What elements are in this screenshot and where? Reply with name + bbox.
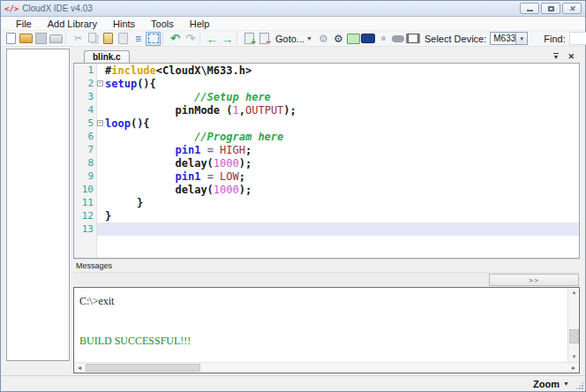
- back-icon[interactable]: [205, 32, 220, 46]
- code-line-11[interactable]: 11 }: [74, 196, 579, 209]
- code-line-10[interactable]: 10 delay(1000);: [74, 183, 579, 196]
- scroll-left-icon[interactable]: ◄: [74, 363, 85, 373]
- undo-icon[interactable]: [168, 32, 183, 46]
- fold-margin: [97, 130, 105, 143]
- line-number: 13: [74, 223, 97, 235]
- code-line-3[interactable]: 3 //Setup here: [74, 90, 579, 103]
- scroll-up-icon[interactable]: ▲: [568, 288, 580, 298]
- code-line-13[interactable]: 13: [74, 222, 579, 236]
- toolbar-separator: [237, 33, 240, 44]
- line-number: 6: [74, 131, 97, 142]
- menu-hints[interactable]: Hints: [105, 19, 143, 29]
- device-combobox[interactable]: M633 ▼: [490, 32, 528, 45]
- line-number: 9: [74, 170, 97, 182]
- tab-close-icon[interactable]: ✕: [567, 52, 575, 61]
- menu-file[interactable]: File: [8, 19, 40, 29]
- chip-icon[interactable]: [406, 32, 421, 46]
- toolbar-separator: [65, 33, 69, 44]
- code-line-6[interactable]: 6 //Program here: [74, 130, 579, 143]
- fold-toggle-icon[interactable]: −: [97, 120, 103, 126]
- tab-list-icon[interactable]: ▼: [553, 53, 560, 60]
- vertical-scroll-thumb[interactable]: [569, 329, 579, 343]
- menu-help[interactable]: Help: [182, 19, 218, 29]
- print-icon[interactable]: [49, 32, 64, 46]
- code-editor[interactable]: 1#include<CloudX\M633.h>2−setup(){3 //Se…: [73, 63, 580, 259]
- cut-icon[interactable]: [71, 32, 86, 46]
- zoom-label[interactable]: Zoom: [533, 379, 560, 389]
- build-icon[interactable]: [331, 32, 346, 46]
- code-text: loop(){: [105, 117, 579, 130]
- code-line-9[interactable]: 9 pin1 = LOW;: [74, 170, 579, 183]
- gamepad-icon[interactable]: [391, 32, 406, 46]
- window-title: CloudX IDE v4.03: [22, 4, 93, 13]
- editor-column: blink.c ▼ ✕ 1#include<CloudX\M633.h>2−se…: [73, 49, 580, 375]
- save-icon[interactable]: [34, 32, 49, 46]
- zoom-in-page-icon[interactable]: [242, 32, 257, 46]
- forward-icon[interactable]: [220, 32, 235, 46]
- toolbar-separator: [199, 33, 203, 44]
- usb-device-icon[interactable]: [361, 32, 376, 46]
- code-text: //Program here: [105, 131, 579, 143]
- new-file-icon[interactable]: [4, 32, 19, 46]
- console-vertical-scrollbar[interactable]: ▲ ▼: [567, 288, 579, 362]
- maximize-button[interactable]: [541, 3, 560, 14]
- line-number: 8: [74, 157, 97, 169]
- code-line-1[interactable]: 1#include<CloudX\M633.h>: [74, 64, 579, 77]
- code-line-2[interactable]: 2−setup(){: [74, 77, 579, 90]
- line-number: 7: [74, 144, 97, 155]
- tab-bar: blink.c ▼ ✕: [73, 49, 580, 63]
- zoom-dropdown-icon[interactable]: ▼: [563, 381, 569, 387]
- console-line: C:\>exit: [79, 295, 561, 308]
- paste-special-icon[interactable]: [116, 32, 131, 46]
- console-horizontal-scrollbar[interactable]: ◄ ►: [74, 362, 579, 373]
- close-button[interactable]: [562, 3, 582, 14]
- line-number: 5: [74, 117, 97, 129]
- zoom-out-page-icon[interactable]: [257, 32, 272, 46]
- open-folder-icon[interactable]: [19, 32, 34, 46]
- code-text: }: [105, 210, 579, 222]
- redo-icon[interactable]: [183, 32, 198, 46]
- horizontal-scroll-thumb[interactable]: [86, 364, 200, 372]
- fold-toggle-icon[interactable]: −: [97, 80, 103, 87]
- scroll-down-icon[interactable]: ▼: [568, 352, 580, 362]
- menu-add-library[interactable]: Add Library: [40, 19, 105, 29]
- code-line-7[interactable]: 7 pin1 = HIGH;: [74, 143, 579, 156]
- code-line-5[interactable]: 5−loop(){: [74, 117, 579, 130]
- line-number: 4: [74, 104, 97, 116]
- select-device-label: Select Device:: [424, 34, 486, 44]
- selection-mode-icon[interactable]: [146, 32, 161, 46]
- code-line-8[interactable]: 8 delay(1000);: [74, 156, 579, 170]
- fold-margin: [97, 222, 105, 236]
- format-lines-icon[interactable]: [131, 32, 146, 46]
- find-input[interactable]: [569, 32, 586, 45]
- led-icon[interactable]: [376, 32, 391, 46]
- goto-button[interactable]: Goto...: [275, 34, 304, 44]
- copy-icon[interactable]: [86, 32, 101, 46]
- code-text: pin1 = HIGH;: [105, 144, 579, 156]
- resize-grip[interactable]: [576, 382, 583, 389]
- tab-blink-c[interactable]: blink.c: [84, 50, 130, 63]
- fold-margin: [97, 64, 105, 77]
- menu-tools[interactable]: Tools: [143, 19, 182, 29]
- build-console[interactable]: C:\>exit BUILD SUCCESSFUL!!! ▲ ▼ ◄ ►: [73, 287, 580, 373]
- project-explorer-panel[interactable]: [6, 49, 70, 361]
- fold-margin: [97, 90, 105, 103]
- paste-icon[interactable]: [101, 32, 116, 46]
- scroll-right-icon[interactable]: ►: [568, 363, 579, 373]
- code-text: delay(1000);: [105, 184, 579, 196]
- fold-margin: [97, 183, 105, 196]
- line-number: 2: [74, 78, 97, 89]
- compile-icon[interactable]: [316, 32, 331, 46]
- expand-messages-button[interactable]: >>: [489, 274, 579, 286]
- fold-margin: [97, 209, 105, 222]
- serial-monitor-icon[interactable]: [346, 32, 361, 46]
- code-line-12[interactable]: 12}: [74, 209, 579, 222]
- line-number: 3: [74, 91, 97, 102]
- code-text: //Setup here: [105, 91, 579, 103]
- minimize-button[interactable]: [520, 3, 539, 14]
- toolbar-separator: [162, 33, 166, 44]
- device-dropdown-icon[interactable]: ▼: [515, 33, 527, 44]
- code-line-4[interactable]: 4 pinMode (1,OUTPUT);: [74, 103, 579, 117]
- console-output: C:\>exit BUILD SUCCESSFUL!!!: [74, 288, 567, 362]
- goto-dropdown-icon[interactable]: ▼: [306, 35, 312, 41]
